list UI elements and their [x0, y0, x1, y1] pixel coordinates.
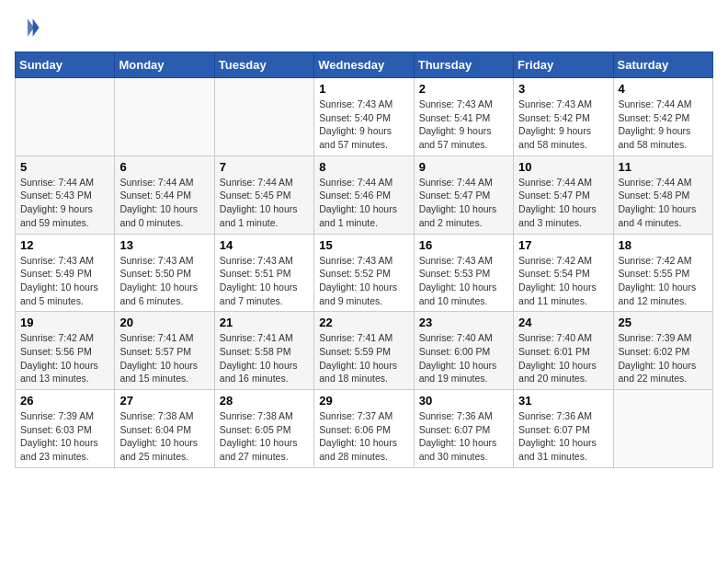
day-number: 24	[518, 316, 608, 329]
calendar-cell: 5Sunrise: 7:44 AM Sunset: 5:43 PM Daylig…	[16, 155, 115, 234]
calendar-cell: 14Sunrise: 7:43 AM Sunset: 5:51 PM Dayli…	[214, 234, 313, 312]
calendar-cell: 22Sunrise: 7:41 AM Sunset: 5:59 PM Dayli…	[314, 312, 414, 390]
calendar-cell: 4Sunrise: 7:44 AM Sunset: 5:42 PM Daylig…	[613, 78, 712, 156]
calendar-cell: 6Sunrise: 7:44 AM Sunset: 5:44 PM Daylig…	[115, 155, 214, 234]
calendar-cell: 9Sunrise: 7:44 AM Sunset: 5:47 PM Daylig…	[414, 155, 513, 234]
col-header-saturday: Saturday	[613, 52, 712, 78]
day-number: 16	[419, 238, 508, 252]
day-number: 19	[20, 316, 109, 329]
day-number: 9	[419, 160, 508, 174]
day-info: Sunrise: 7:41 AM Sunset: 5:59 PM Dayligh…	[319, 331, 408, 385]
calendar-cell: 11Sunrise: 7:44 AM Sunset: 5:48 PM Dayli…	[613, 155, 712, 234]
day-number: 30	[419, 394, 508, 408]
day-info: Sunrise: 7:42 AM Sunset: 5:55 PM Dayligh…	[619, 254, 708, 308]
day-number: 26	[20, 394, 109, 408]
calendar-cell: 23Sunrise: 7:40 AM Sunset: 6:00 PM Dayli…	[414, 312, 513, 390]
day-number: 23	[419, 316, 508, 329]
day-number: 8	[319, 160, 408, 174]
col-header-monday: Monday	[115, 52, 214, 78]
calendar-cell: 17Sunrise: 7:42 AM Sunset: 5:54 PM Dayli…	[514, 234, 613, 312]
calendar-cell: 24Sunrise: 7:40 AM Sunset: 6:01 PM Dayli…	[514, 312, 613, 390]
day-info: Sunrise: 7:43 AM Sunset: 5:51 PM Dayligh…	[220, 254, 309, 308]
calendar-cell: 18Sunrise: 7:42 AM Sunset: 5:55 PM Dayli…	[613, 234, 712, 312]
col-header-sunday: Sunday	[16, 52, 115, 78]
calendar-cell: 21Sunrise: 7:41 AM Sunset: 5:58 PM Dayli…	[214, 312, 313, 390]
day-info: Sunrise: 7:38 AM Sunset: 6:04 PM Dayligh…	[119, 409, 209, 464]
day-info: Sunrise: 7:43 AM Sunset: 5:52 PM Dayligh…	[319, 254, 408, 308]
day-number: 14	[220, 238, 309, 252]
col-header-wednesday: Wednesday	[314, 52, 414, 78]
calendar-cell: 29Sunrise: 7:37 AM Sunset: 6:06 PM Dayli…	[314, 390, 414, 468]
day-info: Sunrise: 7:40 AM Sunset: 6:00 PM Dayligh…	[419, 331, 508, 385]
day-number: 28	[220, 394, 309, 408]
day-number: 25	[619, 316, 708, 329]
logo-icon	[15, 15, 40, 40]
day-number: 3	[518, 82, 608, 96]
day-number: 10	[518, 160, 608, 174]
day-number: 12	[20, 238, 109, 252]
calendar-week-row: 5Sunrise: 7:44 AM Sunset: 5:43 PM Daylig…	[16, 155, 713, 234]
col-header-friday: Friday	[514, 52, 613, 78]
day-number: 29	[319, 394, 408, 408]
calendar-header-row: SundayMondayTuesdayWednesdayThursdayFrid…	[16, 52, 713, 78]
calendar-cell: 15Sunrise: 7:43 AM Sunset: 5:52 PM Dayli…	[314, 234, 414, 312]
day-info: Sunrise: 7:39 AM Sunset: 6:02 PM Dayligh…	[619, 331, 708, 385]
calendar-cell: 13Sunrise: 7:43 AM Sunset: 5:50 PM Dayli…	[115, 234, 214, 312]
calendar-cell: 28Sunrise: 7:38 AM Sunset: 6:05 PM Dayli…	[214, 390, 313, 468]
day-info: Sunrise: 7:39 AM Sunset: 6:03 PM Dayligh…	[20, 409, 109, 464]
day-number: 5	[20, 160, 109, 174]
day-number: 20	[119, 316, 209, 329]
day-number: 2	[419, 82, 508, 96]
calendar-cell: 31Sunrise: 7:36 AM Sunset: 6:07 PM Dayli…	[514, 390, 613, 468]
calendar-cell: 27Sunrise: 7:38 AM Sunset: 6:04 PM Dayli…	[115, 390, 214, 468]
calendar-cell: 25Sunrise: 7:39 AM Sunset: 6:02 PM Dayli…	[613, 312, 712, 390]
calendar-cell: 7Sunrise: 7:44 AM Sunset: 5:45 PM Daylig…	[214, 155, 313, 234]
day-info: Sunrise: 7:44 AM Sunset: 5:47 PM Dayligh…	[518, 176, 608, 230]
calendar-cell: 16Sunrise: 7:43 AM Sunset: 5:53 PM Dayli…	[414, 234, 513, 312]
day-info: Sunrise: 7:42 AM Sunset: 5:56 PM Dayligh…	[20, 331, 109, 385]
day-info: Sunrise: 7:44 AM Sunset: 5:46 PM Dayligh…	[319, 176, 408, 230]
calendar-week-row: 12Sunrise: 7:43 AM Sunset: 5:49 PM Dayli…	[16, 234, 713, 312]
day-number: 4	[619, 82, 708, 96]
day-number: 17	[518, 238, 608, 252]
day-info: Sunrise: 7:42 AM Sunset: 5:54 PM Dayligh…	[518, 254, 608, 308]
calendar-table: SundayMondayTuesdayWednesdayThursdayFrid…	[15, 52, 713, 468]
day-number: 7	[220, 160, 309, 174]
day-info: Sunrise: 7:41 AM Sunset: 5:58 PM Dayligh…	[220, 331, 309, 385]
day-info: Sunrise: 7:44 AM Sunset: 5:42 PM Dayligh…	[619, 98, 708, 152]
day-number: 31	[518, 394, 608, 408]
col-header-tuesday: Tuesday	[214, 52, 313, 78]
day-number: 6	[119, 160, 209, 174]
calendar-cell: 3Sunrise: 7:43 AM Sunset: 5:42 PM Daylig…	[514, 78, 613, 156]
day-info: Sunrise: 7:36 AM Sunset: 6:07 PM Dayligh…	[419, 409, 508, 464]
calendar-cell: 30Sunrise: 7:36 AM Sunset: 6:07 PM Dayli…	[414, 390, 513, 468]
day-number: 13	[119, 238, 209, 252]
calendar-cell	[16, 78, 115, 156]
day-info: Sunrise: 7:44 AM Sunset: 5:44 PM Dayligh…	[119, 176, 209, 230]
calendar-cell: 2Sunrise: 7:43 AM Sunset: 5:41 PM Daylig…	[414, 78, 513, 156]
day-number: 11	[619, 160, 708, 174]
day-number: 21	[220, 316, 309, 329]
logo	[15, 15, 44, 40]
calendar-cell: 1Sunrise: 7:43 AM Sunset: 5:40 PM Daylig…	[314, 78, 414, 156]
calendar-cell	[613, 390, 712, 468]
col-header-thursday: Thursday	[414, 52, 513, 78]
calendar-cell: 12Sunrise: 7:43 AM Sunset: 5:49 PM Dayli…	[16, 234, 115, 312]
day-info: Sunrise: 7:37 AM Sunset: 6:06 PM Dayligh…	[319, 409, 408, 464]
day-info: Sunrise: 7:43 AM Sunset: 5:40 PM Dayligh…	[319, 98, 408, 152]
day-info: Sunrise: 7:41 AM Sunset: 5:57 PM Dayligh…	[119, 331, 209, 385]
calendar-cell: 19Sunrise: 7:42 AM Sunset: 5:56 PM Dayli…	[16, 312, 115, 390]
day-info: Sunrise: 7:43 AM Sunset: 5:42 PM Dayligh…	[518, 98, 608, 152]
calendar-cell	[115, 78, 214, 156]
calendar-week-row: 26Sunrise: 7:39 AM Sunset: 6:03 PM Dayli…	[16, 390, 713, 468]
day-info: Sunrise: 7:43 AM Sunset: 5:49 PM Dayligh…	[20, 254, 109, 308]
day-number: 27	[119, 394, 209, 408]
day-info: Sunrise: 7:43 AM Sunset: 5:41 PM Dayligh…	[419, 98, 508, 152]
calendar-cell: 10Sunrise: 7:44 AM Sunset: 5:47 PM Dayli…	[514, 155, 613, 234]
day-number: 15	[319, 238, 408, 252]
calendar-week-row: 19Sunrise: 7:42 AM Sunset: 5:56 PM Dayli…	[16, 312, 713, 390]
calendar-cell: 8Sunrise: 7:44 AM Sunset: 5:46 PM Daylig…	[314, 155, 414, 234]
day-info: Sunrise: 7:43 AM Sunset: 5:50 PM Dayligh…	[119, 254, 209, 308]
day-number: 1	[319, 82, 408, 96]
calendar-week-row: 1Sunrise: 7:43 AM Sunset: 5:40 PM Daylig…	[16, 78, 713, 156]
